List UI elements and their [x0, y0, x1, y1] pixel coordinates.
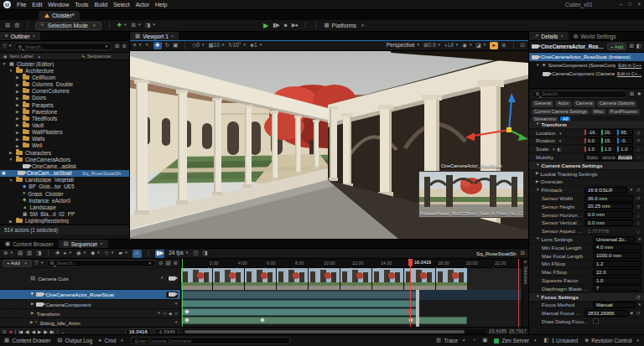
- filter-chip[interactable]: General: [532, 101, 553, 107]
- snap-icon[interactable]: ∩: [132, 250, 142, 258]
- filter-chip[interactable]: Streaming: [532, 116, 558, 121]
- expander-icon[interactable]: ▶: [15, 109, 20, 114]
- record-button[interactable]: ●: [9, 328, 12, 334]
- menu-select[interactable]: Select: [113, 2, 129, 8]
- close-tab-icon[interactable]: ×: [171, 34, 174, 39]
- track-filter-icon[interactable]: ▽▼: [34, 261, 44, 266]
- outliner-row[interactable]: ◈Instance_eActor0: [0, 197, 129, 204]
- expander-icon[interactable]: ▶: [15, 143, 20, 148]
- outliner-row[interactable]: ▶TiledRoofs: [0, 115, 129, 121]
- component-row-camera[interactable]: CameraComponent (CameraComponent) Edit i…: [529, 70, 644, 78]
- outliner-row[interactable]: ◆BP_Glob...tor_UE5: [0, 183, 129, 190]
- rotation-snap-icon[interactable]: ↻ 10°▼: [228, 43, 247, 49]
- outliner-row[interactable]: ▼▦Cloister (Editor): [0, 60, 129, 67]
- console-command-field[interactable]: [131, 337, 290, 344]
- add-section-icon[interactable]: +: [160, 276, 164, 281]
- expand-icon[interactable]: ▤: [165, 261, 170, 266]
- outliner-row[interactable]: ▶Walls: [0, 136, 129, 142]
- messages-icon[interactable]: ▣: [482, 338, 487, 343]
- cmd-dropdown[interactable]: ▸ Cmd ▼: [99, 338, 124, 343]
- output-log-button[interactable]: ▤ Output Log: [57, 338, 92, 343]
- frame-skip-button[interactable]: ▮▶: [273, 23, 280, 28]
- outliner-row[interactable]: ▶Vault: [0, 121, 129, 128]
- add-keyframe-icon[interactable]: ◆: [169, 312, 172, 316]
- collapse-icon[interactable]: ⊖: [158, 261, 163, 266]
- details-lock-icon[interactable]: ◧: [636, 44, 641, 49]
- transform-section-bar[interactable]: [181, 308, 418, 316]
- view-options-icon[interactable]: ◉▼: [76, 250, 86, 256]
- outliner-row[interactable]: ▼Architecture: [0, 67, 129, 74]
- visibility-eye-icon[interactable]: ◉: [2, 171, 6, 176]
- details-search[interactable]: [532, 90, 627, 98]
- sequence-breadcrumb[interactable]: Sq_RoseStoatSh: [476, 250, 516, 256]
- outliner-row[interactable]: ▼Landscape_Vegetati: [0, 177, 129, 183]
- checkbox[interactable]: [593, 318, 599, 324]
- focus-method-dropdown[interactable]: Manual: [593, 302, 636, 308]
- column-sequencer-label[interactable]: Sequencer: [87, 54, 126, 59]
- section-overscan[interactable]: ▶Overscan: [529, 178, 644, 187]
- lens-preset-dropdown[interactable]: Universal Zo..: [593, 236, 636, 243]
- expander-icon[interactable]: ▶: [15, 122, 20, 127]
- next-key-icon[interactable]: ◇: [174, 312, 178, 316]
- details-view-options-icon[interactable]: ⊞: [630, 91, 634, 97]
- expander-icon[interactable]: ▶: [15, 137, 20, 142]
- breadcrumb-options-icon[interactable]: ⊟: [521, 250, 525, 256]
- camera-lock-button[interactable]: [166, 276, 178, 282]
- property-filmback[interactable]: ▼Filmback16:9 DSLR▼↺: [529, 186, 644, 194]
- playback-range-lock-icon[interactable]: ▮▶: [155, 250, 164, 258]
- property-lens-settings[interactable]: ▼Lens SettingsUniversal Zo..▼: [529, 235, 644, 244]
- eyedropper-icon[interactable]: ▰: [630, 311, 633, 315]
- outliner-row[interactable]: ▶Parapets: [0, 101, 129, 108]
- viewmode-extra-icon[interactable]: ◪▼: [475, 43, 486, 49]
- stop-button[interactable]: ■: [284, 23, 288, 28]
- filter-chip[interactable]: Actor: [555, 101, 571, 107]
- sequencer-settings-icon[interactable]: ⊛▼: [3, 250, 13, 256]
- keyframe-icon[interactable]: ◇: [635, 212, 641, 218]
- track-search[interactable]: ▼: [46, 260, 155, 267]
- select-tool-icon[interactable]: ↖: [145, 43, 149, 49]
- cinematics-icon[interactable]: ◨▼: [145, 23, 156, 28]
- property-max-fstop[interactable]: Max FStop22.0: [529, 268, 644, 276]
- add-track-button[interactable]: + Add▼: [3, 260, 32, 267]
- outliner-row[interactable]: ▶CellRoom: [0, 74, 129, 80]
- column-item-label[interactable]: Item Label: [9, 54, 33, 59]
- snap-options-icon[interactable]: ⋮: [146, 250, 152, 256]
- close-tab-icon[interactable]: ×: [100, 241, 103, 246]
- playback-start-marker[interactable]: [182, 259, 183, 327]
- grid-snap-icon[interactable]: ▦ 10▼: [208, 43, 225, 49]
- camera-preview-pip[interactable]: CineCameraActor_RoseStoat: [418, 163, 524, 219]
- viewport-scene[interactable]: CineCameraActor_RoseStoat: [130, 51, 528, 239]
- world-settings-tab[interactable]: ◍ World Settings: [569, 32, 621, 40]
- menu-file[interactable]: File: [17, 2, 26, 8]
- mobility-static[interactable]: Static: [584, 154, 600, 161]
- track-gutter-icons[interactable]: ◦◦◦: [3, 321, 28, 325]
- outliner-settings-icon[interactable]: ⊛: [122, 44, 127, 49]
- view-range-start[interactable]: 23.4189: [489, 328, 506, 334]
- property-scale[interactable]: Scale ▼ ◧1.01.01.0◇: [529, 145, 644, 153]
- expander-icon[interactable]: ▶: [15, 116, 20, 121]
- section-current-camera-settings[interactable]: ▼Current Camera Settings: [529, 162, 644, 170]
- show-flags-icon[interactable]: ◉▼: [462, 43, 472, 49]
- visibility-column-icon[interactable]: ◉: [3, 54, 7, 59]
- mobility-stationary[interactable]: Stationary: [601, 154, 617, 161]
- rotate-tool-icon[interactable]: ↻: [165, 43, 169, 49]
- perspective-dropdown[interactable]: Perspective▼: [387, 43, 420, 49]
- property-manual-focus-distance[interactable]: Manual Focus Distance2833.29956▰↺: [529, 309, 644, 318]
- add-component-button[interactable]: + Add: [607, 43, 627, 50]
- expander-icon[interactable]: ▼: [8, 178, 13, 183]
- edit-in-cpp-link[interactable]: Edit in C++: [618, 63, 641, 68]
- property-sensor-width[interactable]: Sensor Width36.0 mm↺: [529, 194, 644, 203]
- playhead-handle[interactable]: [408, 259, 413, 266]
- add-track-icon[interactable]: ✚: [55, 250, 60, 256]
- outliner-search-input[interactable]: [24, 44, 100, 50]
- play-button[interactable]: ▶: [263, 23, 268, 29]
- track-gutter-icons[interactable]: ◦◦: [12, 312, 29, 316]
- camera-lock-button[interactable]: [166, 292, 178, 298]
- filter-chip[interactable]: Current Camera Settings: [532, 109, 589, 116]
- unsaved-button[interactable]: ◧ 1 Unsaved: [543, 338, 578, 343]
- timeline-ruler[interactable]: 2.00 4.00 6.00 8.00 10.00 12.00 14.00 18…: [181, 259, 522, 268]
- menu-build[interactable]: Build: [95, 2, 108, 8]
- sequencer-timeline[interactable]: 2.00 4.00 6.00 8.00 10.00 12.00 14.00 18…: [181, 259, 522, 327]
- track-gutter-icons[interactable]: ◦◦◦: [3, 292, 28, 297]
- filter-chip[interactable]: Camera: [574, 101, 595, 107]
